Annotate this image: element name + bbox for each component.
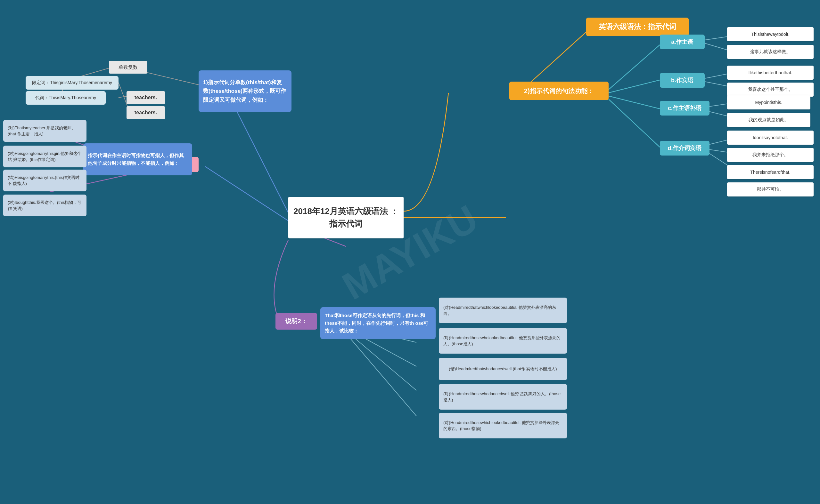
top-right-title: 英语六级语法：指示代词 — [586, 18, 689, 36]
note2-label: 说明2： — [276, 313, 317, 330]
ex3-wrong: (错)Heisgoingtomarrythis.(this作宾语时不 能指人) — [3, 170, 86, 191]
ex-say-no: Idon'tsaynotothat. — [727, 131, 814, 145]
ex1-that: (对)Thatismyteacher.那是我的老师。(that 作主语，指人) — [3, 120, 86, 142]
ex-say-no-cn: 我并未拒绝那个。 — [727, 148, 814, 162]
node-prep-object: d.作介词宾语 — [660, 141, 710, 156]
syntax-function-node: 2)指示代词的句法功能： — [509, 82, 608, 100]
ex-admire4: (对)Headmiredthosewhodancedwell.他赞 赏跳舞好的人… — [439, 384, 567, 410]
ex-admire1: (对)Headmiredthatwhichlookedbeautiful. 他赞… — [439, 298, 567, 323]
ex4-bought: (对)Iboughtthis.我买这个。(this指物，可作 宾语) — [3, 195, 86, 216]
ex-this-way: Thisisthewaytodoit. — [727, 27, 814, 41]
ex-like-this: Ilikethisbetterthanthat. — [727, 66, 814, 80]
note2-text: That和those可作定语从句的先行词，但this 和these不能，同时，在… — [320, 307, 436, 339]
note1-text: 指示代词在作主语时可指物也可指人，但作其 他句子成分时只能指物，不能指人，例如： — [83, 143, 192, 175]
teachers2-node: teachers. — [126, 106, 165, 119]
ex-point: Mypointisthis. — [727, 95, 810, 109]
ex-point-cn: 我的观点就是如此。 — [727, 113, 810, 127]
branch1-node: 1)指示代词分单数(this/that)和复 数(these/those)两种形… — [198, 70, 292, 112]
teachers1-node: teachers. — [126, 91, 165, 104]
determiner-node: 限定词：ThisgirlisMary.Thosemenaremy — [26, 76, 118, 90]
node-subject-complement: c.作主语补语 — [660, 101, 710, 116]
ex2-this-girl: (对)Heisgoingtomarrythisgirl.他要和这个姑 娘结婚。(… — [3, 146, 86, 167]
ex-no-fear: Thereisnofearofthat. — [727, 165, 814, 179]
ex-admire5: (对)Headmiredthosewhichlookedbeautiful. 他… — [439, 413, 567, 438]
singular-plural-node: 单数复数 — [109, 61, 147, 74]
center-title: 2018年12月英语六级语法 ：指示代词 — [288, 197, 404, 238]
pronoun-node: 代词：ThisisMary.Thosearemy — [26, 91, 106, 105]
ex-this-way-cn: 这事儿就该这样做。 — [727, 45, 814, 59]
ex-admire3: (错)Headmiredthatwhodancedwell.(that作 宾语时… — [439, 358, 567, 380]
ex-like-this-cn: 我喜欢这个甚至那个。 — [727, 83, 814, 97]
ex-no-fear-cn: 那并不可怕。 — [727, 182, 814, 196]
node-object: b.作宾语 — [660, 73, 705, 88]
node-subject: a.作主语 — [660, 35, 705, 49]
ex-admire2: (对)Headmiredthosewholookedbeautiful. 他赞赏… — [439, 328, 567, 354]
